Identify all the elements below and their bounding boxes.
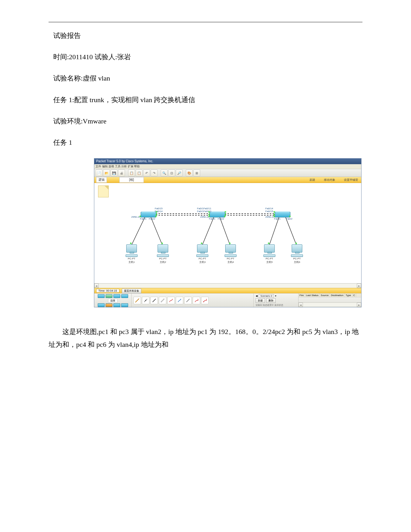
scenario-dropdown-icon[interactable]: ▾ <box>275 295 276 297</box>
scenario-select[interactable]: Scenario 0 <box>259 294 274 298</box>
auto-cable-icon[interactable] <box>133 297 141 304</box>
svg-line-6 <box>202 217 214 246</box>
scroll-right-icon[interactable]: ▸ <box>357 284 361 288</box>
zoom-in-icon[interactable]: 🔍 <box>161 170 168 176</box>
pc-2[interactable]: PC-PT 主机2 <box>157 244 169 264</box>
toolbar: 📄 📂 💾 🖨 📋 📋 ↶ ↷ 🔍 ⊡ 🔎 🎨 ⊞ <box>94 169 361 177</box>
router-icon[interactable] <box>98 294 105 298</box>
redo-icon[interactable]: ↷ <box>151 170 158 176</box>
sim-bar: Time: 00:04:15 重置所有设备 <box>94 288 361 293</box>
screenshot-wrap: Packet Tracer 5.0 by Cisco Systems, Inc.… <box>49 158 411 307</box>
scroll-left-icon[interactable]: ◂ <box>94 284 99 288</box>
links-layer <box>94 183 361 283</box>
para-task: 任务 1:配置 trunk，实现相同 vlan 跨交换机通信 <box>53 94 362 105</box>
scenario-status: 切换到 动态建置中 最后状态 <box>256 304 296 307</box>
new-icon[interactable]: 📄 <box>96 170 102 176</box>
save-icon[interactable]: 💾 <box>111 170 117 176</box>
topology-canvas[interactable]: Fa0/15 Fa0/14 2950-24 Fa0/1 Fa0/2 Fa0/1F… <box>94 183 361 283</box>
text-block: 试验报告 时间:2011410 试验人:张岩 试验名称:虚假 vlan 任务 1… <box>53 30 362 148</box>
packet-tracer-window: Packet Tracer 5.0 by Cisco Systems, Inc.… <box>94 158 362 307</box>
pdu-scroll-left-icon[interactable]: ◂ <box>299 303 303 307</box>
serial-dte-icon[interactable] <box>201 297 209 304</box>
body-para-1: 这是环境图,pc1 和 pc3 属于 vlan2，ip 地址为 pc1 为 19… <box>49 326 362 351</box>
scenario-panel: ◀ Scenario 0 ▾ 新建 删除 切换到 动态建置中 最后状态 <box>253 294 298 307</box>
document-page: 试验报告 时间:2011410 试验人:张岩 试验名称:虚假 vlan 任务 1… <box>0 0 411 532</box>
para-name: 试验名称:虚假 vlan <box>53 73 362 84</box>
custom-icon[interactable] <box>113 303 120 307</box>
svg-line-5 <box>151 217 163 246</box>
multiuser-icon[interactable] <box>121 303 128 307</box>
para-meta: 时间:2011410 试验人:张岩 <box>53 51 362 62</box>
cross-cable-icon[interactable] <box>159 297 166 304</box>
sim-time: Time: 00:04:15 <box>96 289 119 293</box>
reset-button[interactable]: 重置所有设备 <box>122 289 141 293</box>
zoom-reset-icon[interactable]: ⊡ <box>168 170 175 176</box>
para-title: 试验报告 <box>53 30 362 41</box>
menu-bar[interactable]: 文件 编辑 选项 工具 分析 扩展 帮助 <box>94 164 361 169</box>
pc-1[interactable]: PC-PT 主机1 <box>126 244 138 264</box>
switch-2[interactable]: Fa0/1Fa0/11 Fa0/1Fa0/13 2950-24 Fa0/1 Fa… <box>210 212 225 217</box>
print-icon[interactable]: 🖨 <box>118 170 125 176</box>
root-label: [根] <box>119 177 144 183</box>
svg-line-4 <box>131 217 145 246</box>
switch-icon[interactable] <box>106 294 112 298</box>
straight-cable-icon[interactable] <box>150 297 158 304</box>
scenario-nav-icon[interactable]: ◀ <box>256 295 258 297</box>
switch-1[interactable]: Fa0/15 Fa0/14 2950-24 Fa0/1 Fa0/2 <box>141 212 156 217</box>
svg-line-7 <box>220 217 230 246</box>
serial-dce-icon[interactable] <box>193 297 200 304</box>
secbar-move[interactable]: 移动对象 <box>324 178 335 182</box>
hub-icon[interactable] <box>113 294 120 298</box>
para-task1: 任务 1 <box>53 137 362 148</box>
coax-cable-icon[interactable] <box>184 297 192 304</box>
svg-point-11 <box>203 301 204 302</box>
h-scrollbar[interactable]: ◂ ▸ <box>94 283 361 288</box>
connection-panel <box>132 294 253 307</box>
scenario-new-button[interactable]: 新建 <box>256 298 265 303</box>
switch-3[interactable]: Fa0/14 Fa0/15 2950-24 Fa0/1 Fa0/2 <box>275 212 290 217</box>
bottom-panel: 连接 <box>94 293 361 307</box>
paste-icon[interactable]: 📋 <box>136 170 143 176</box>
secondary-bar: 逻辑 [根] 新建 移动对象 设置平铺背 <box>94 177 361 183</box>
undo-icon[interactable]: ↶ <box>143 170 150 176</box>
svg-line-9 <box>285 217 297 246</box>
scenario-del-button[interactable]: 删除 <box>266 298 276 303</box>
enddev-icon[interactable] <box>98 303 105 307</box>
logical-tab[interactable]: 逻辑 <box>96 177 107 183</box>
copy-icon[interactable]: 📋 <box>128 170 135 176</box>
device-label: 连接 <box>108 299 117 303</box>
phone-cable-icon[interactable] <box>176 297 183 304</box>
window-title: Packet Tracer 5.0 by Cisco Systems, Inc. <box>94 159 361 164</box>
zoom-out-icon[interactable]: 🔎 <box>176 170 183 176</box>
pc-6[interactable]: PC-PT 主机6 <box>291 244 303 264</box>
open-icon[interactable]: 📂 <box>103 170 110 176</box>
pc-3[interactable]: PC-PT 主机3 <box>196 244 208 264</box>
pc-5[interactable]: PC-PT 主机5 <box>263 244 275 264</box>
dialog-icon[interactable]: ⊞ <box>193 170 200 176</box>
secbar-new[interactable]: 新建 <box>310 178 315 182</box>
pdu-scroll-right-icon[interactable]: ▸ <box>357 303 361 307</box>
pdu-panel: Fire Last Status Source Destination Type… <box>298 294 361 307</box>
fiber-cable-icon[interactable] <box>167 297 175 304</box>
top-rule <box>49 22 362 22</box>
wireless-icon[interactable] <box>121 294 128 298</box>
device-panel: 连接 <box>94 294 132 307</box>
note-icon[interactable] <box>98 185 109 197</box>
secbar-bg[interactable]: 设置平铺背 <box>344 178 358 182</box>
svg-line-8 <box>269 217 279 246</box>
pc-4[interactable]: PC-PT 主机4 <box>225 244 237 264</box>
wan-icon[interactable] <box>106 303 112 307</box>
para-env: 试验环境:Vmware <box>53 116 362 127</box>
console-cable-icon[interactable] <box>142 297 149 304</box>
palette-icon[interactable]: 🎨 <box>186 170 193 176</box>
